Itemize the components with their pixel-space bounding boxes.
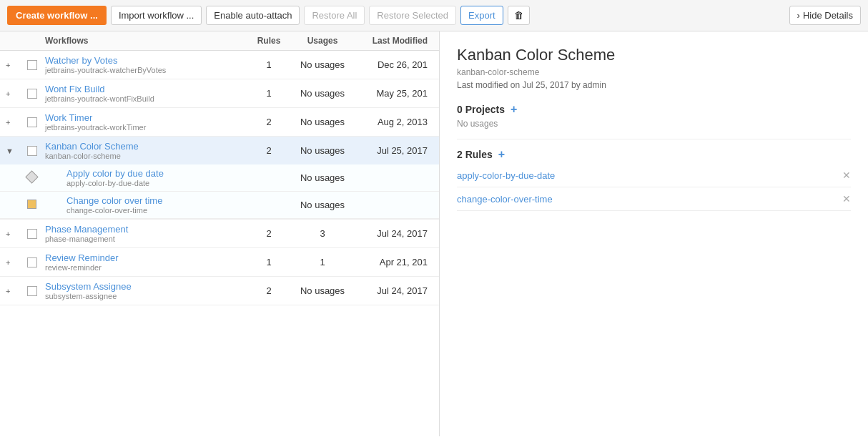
last-modified: Dec 26, 201: [355, 59, 433, 70]
remove-rule-button[interactable]: ✕: [842, 170, 851, 181]
workflow-main-row[interactable]: + Watcher by Votes jetbrains-youtrack-wa…: [0, 51, 439, 79]
expand-icon[interactable]: +: [6, 230, 27, 238]
last-modified: Jul 24, 2017: [355, 285, 433, 296]
list-item[interactable]: Apply color by due date apply-color-by-d…: [0, 164, 439, 192]
table-header: Workflows Rules Usages Last Modified: [0, 31, 439, 51]
enable-auto-attach-button[interactable]: Enable auto-attach: [206, 6, 300, 25]
workflow-rows: + Watcher by Votes jetbrains-youtrack-wa…: [0, 51, 439, 305]
rule-item: change-color-over-time ✕: [457, 187, 851, 211]
workflow-row: + Work Timer jetbrains-youtrack-workTime…: [0, 108, 439, 137]
rules-count: 1: [247, 257, 290, 267]
row-checkbox[interactable]: [27, 229, 37, 239]
list-item[interactable]: Change color over time change-color-over…: [0, 192, 439, 219]
row-checkbox[interactable]: [27, 146, 37, 156]
workflow-row: + Watcher by Votes jetbrains-youtrack-wa…: [0, 51, 439, 79]
rules-count: 1: [247, 88, 290, 99]
expand-icon[interactable]: +: [6, 89, 27, 98]
create-workflow-button[interactable]: Create workflow ...: [7, 6, 107, 25]
workflow-row: + Phase Management phase-management 2 3 …: [0, 220, 439, 248]
usages-count: No usages: [290, 145, 355, 156]
workflow-list-panel: Workflows Rules Usages Last Modified + W…: [0, 31, 440, 436]
expand-icon[interactable]: +: [6, 287, 27, 295]
projects-count: 0 Projects: [457, 104, 505, 115]
detail-slug: kanban-color-scheme: [457, 67, 851, 77]
rules-count: 1: [247, 59, 290, 70]
expand-icon[interactable]: +: [6, 258, 27, 267]
rule-item: apply-color-by-due-date ✕: [457, 164, 851, 187]
detail-modified: Last modified on Jul 25, 2017 by admin: [457, 80, 851, 90]
export-button[interactable]: Export: [460, 6, 503, 25]
workflow-row: + Review Reminder review-reminder 1 1 Ap…: [0, 248, 439, 277]
restore-selected-button[interactable]: Restore Selected: [369, 6, 456, 25]
rules-count: 2: [247, 117, 290, 127]
workflow-name: Subsystem Assignee subsystem-assignee: [45, 281, 247, 300]
workflow-main-row[interactable]: + Subsystem Assignee subsystem-assignee …: [0, 277, 439, 305]
last-modified: Jul 25, 2017: [355, 145, 433, 156]
sub-row-usages: No usages: [290, 200, 355, 210]
workflow-name: Wont Fix Build jetbrains-youtrack-wontFi…: [45, 84, 247, 103]
add-rule-button[interactable]: +: [498, 148, 505, 161]
remove-rule-button[interactable]: ✕: [842, 193, 851, 205]
last-modified: Jul 24, 2017: [355, 228, 433, 239]
col-workflows: Workflows: [45, 36, 247, 46]
usages-count: 1: [290, 257, 355, 267]
sub-row-icon: [27, 200, 45, 211]
toolbar: Create workflow ... Import workflow ... …: [0, 0, 868, 31]
workflow-name: Review Reminder review-reminder: [45, 252, 247, 272]
detail-title: Kanban Color Scheme: [457, 46, 851, 64]
rules-list: apply-color-by-due-date ✕ change-color-o…: [457, 164, 851, 211]
rules-count: 2: [247, 285, 290, 296]
workflow-main-row[interactable]: ▼ Kanban Color Scheme kanban-color-schem…: [0, 137, 439, 164]
workflow-main-row[interactable]: + Phase Management phase-management 2 3 …: [0, 220, 439, 247]
expand-icon[interactable]: +: [6, 61, 27, 69]
rules-count: 2 Rules: [457, 149, 493, 160]
workflow-name: Kanban Color Scheme kanban-color-scheme: [45, 141, 247, 160]
usages-count: 3: [290, 228, 355, 239]
hide-details-button[interactable]: › Hide Details: [789, 6, 861, 25]
row-checkbox[interactable]: [27, 60, 37, 70]
usages-count: No usages: [290, 88, 355, 99]
delete-button[interactable]: 🗑: [508, 6, 530, 25]
col-last-modified: Last Modified: [355, 36, 433, 46]
restore-all-button[interactable]: Restore All: [304, 6, 365, 25]
row-checkbox[interactable]: [27, 117, 37, 127]
usages-count: No usages: [290, 59, 355, 70]
sub-row-icon: [27, 172, 45, 184]
workflow-name: Work Timer jetbrains-youtrack-workTimer: [45, 112, 247, 132]
main-layout: Workflows Rules Usages Last Modified + W…: [0, 31, 868, 436]
projects-section: 0 Projects + No usages: [457, 103, 851, 129]
add-project-button[interactable]: +: [511, 103, 517, 116]
sub-row-name: Change color over time change-color-over…: [45, 195, 247, 215]
section-divider: [457, 139, 851, 139]
expand-icon[interactable]: ▼: [6, 147, 27, 155]
row-checkbox[interactable]: [27, 257, 37, 267]
projects-no-usages: No usages: [457, 119, 851, 129]
sub-row-usages: No usages: [290, 172, 355, 183]
row-checkbox[interactable]: [27, 89, 37, 99]
workflow-row: ▼ Kanban Color Scheme kanban-color-schem…: [0, 137, 439, 220]
sub-row-name: Apply color by due date apply-color-by-d…: [45, 168, 247, 187]
workflow-main-row[interactable]: + Review Reminder review-reminder 1 1 Ap…: [0, 248, 439, 276]
rules-count: 2: [247, 145, 290, 156]
workflow-main-row[interactable]: + Wont Fix Build jetbrains-youtrack-wont…: [0, 79, 439, 107]
workflow-main-row[interactable]: + Work Timer jetbrains-youtrack-workTime…: [0, 108, 439, 136]
col-rules: Rules: [247, 36, 290, 46]
rule-link[interactable]: apply-color-by-due-date: [457, 170, 555, 181]
trash-icon: 🗑: [514, 10, 523, 21]
workflow-row: + Wont Fix Build jetbrains-youtrack-wont…: [0, 79, 439, 108]
row-checkbox[interactable]: [27, 286, 37, 296]
last-modified: Apr 21, 201: [355, 257, 433, 267]
rules-count: 2: [247, 228, 290, 239]
workflow-row: + Subsystem Assignee subsystem-assignee …: [0, 277, 439, 305]
usages-count: No usages: [290, 285, 355, 296]
col-usages: Usages: [290, 36, 355, 46]
workflow-name: Phase Management phase-management: [45, 224, 247, 243]
last-modified: May 25, 201: [355, 88, 433, 99]
expand-icon[interactable]: +: [6, 118, 27, 127]
last-modified: Aug 2, 2013: [355, 117, 433, 127]
rules-section: 2 Rules + apply-color-by-due-date ✕ chan…: [457, 148, 851, 211]
import-workflow-button[interactable]: Import workflow ...: [111, 6, 202, 25]
usages-count: No usages: [290, 117, 355, 127]
sub-rows: Apply color by due date apply-color-by-d…: [0, 164, 439, 219]
rule-link[interactable]: change-color-over-time: [457, 194, 553, 205]
